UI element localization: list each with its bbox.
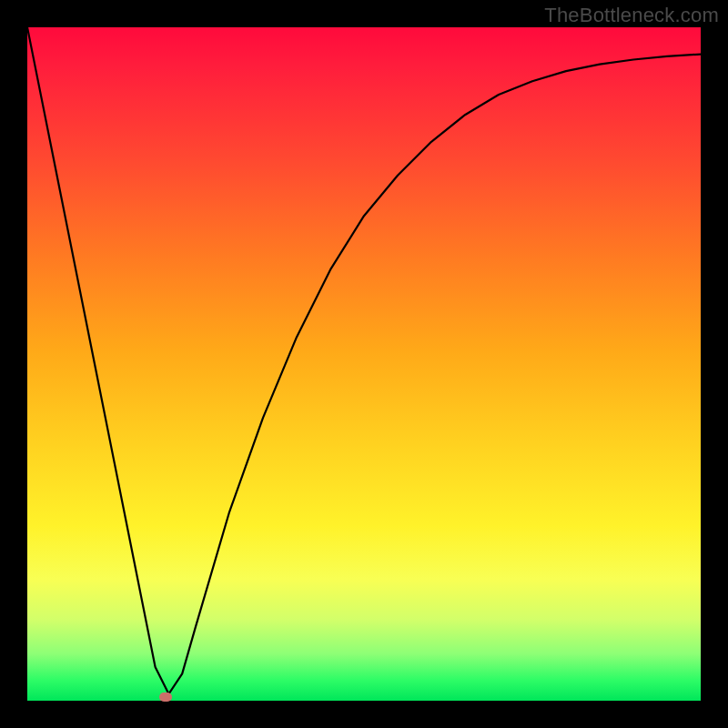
watermark-text: TheBottleneck.com <box>544 4 719 27</box>
plot-area <box>27 27 701 701</box>
bottleneck-curve <box>27 27 701 694</box>
chart-frame: TheBottleneck.com <box>0 0 728 728</box>
curve-layer <box>27 27 701 701</box>
optimum-marker <box>159 693 172 702</box>
